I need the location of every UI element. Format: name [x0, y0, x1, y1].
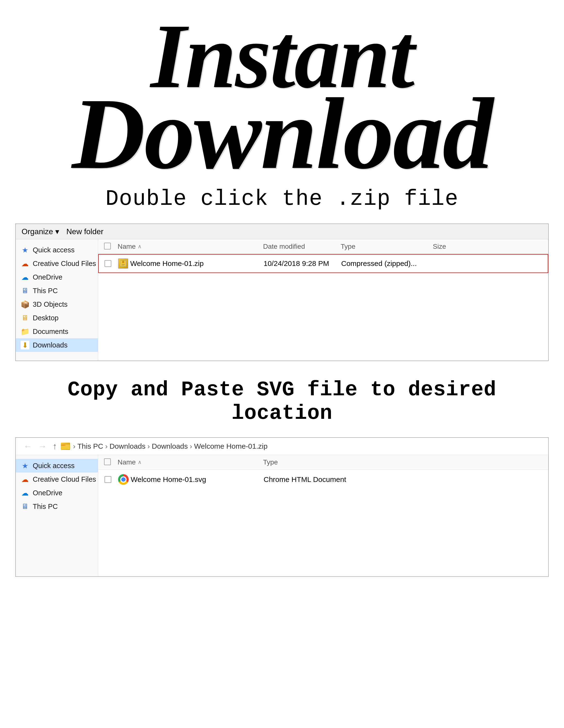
- sidebar-item-3d-objects[interactable]: 📦 3D Objects: [16, 298, 98, 311]
- sidebar-label-creative-cloud: Creative Cloud Files: [33, 260, 96, 268]
- new-folder-button[interactable]: New folder: [66, 227, 104, 236]
- select-all-checkbox[interactable]: [104, 243, 111, 249]
- hero-section: Instant Download Double click the .zip f…: [0, 0, 564, 216]
- onedrive-icon-2: ☁: [21, 488, 29, 497]
- breadcrumb-sep-2: ›: [105, 442, 108, 450]
- row-checkbox[interactable]: [105, 260, 111, 267]
- up-button[interactable]: ↑: [51, 440, 59, 452]
- file-list-area-1: Name ∧ Date modified Type Size ZIP: [98, 239, 548, 361]
- sidebar-label-onedrive: OneDrive: [33, 273, 63, 281]
- header-checkbox-2: [104, 458, 113, 466]
- nav-bar-2: ← → ↑ › This PC › Downloads › Downloads …: [16, 438, 548, 455]
- forward-button[interactable]: →: [36, 440, 49, 452]
- col-header-date[interactable]: Date modified: [263, 243, 336, 250]
- file-list-area-2: Name ∧ Type Welcome Home-01.svg Chrome H…: [98, 455, 548, 576]
- name-col-label: Name: [118, 243, 136, 250]
- breadcrumb-separator-1: ›: [73, 442, 75, 450]
- file-name-label-2: Welcome Home-01.svg: [131, 475, 206, 484]
- breadcrumb-sep-3: ›: [148, 442, 150, 450]
- breadcrumb-downloads-2[interactable]: Downloads: [152, 442, 188, 450]
- table-row[interactable]: ZIP Welcome Home-01.zip 10/24/2018 9:28 …: [98, 254, 548, 273]
- svg-text:ZIP: ZIP: [122, 264, 125, 266]
- copy-paste-text: Copy and Paste SVG file to desired locat…: [24, 378, 540, 425]
- row-checkbox-2[interactable]: [105, 476, 111, 483]
- back-button[interactable]: ←: [22, 440, 34, 452]
- pc-icon-2: 🖥: [21, 502, 29, 511]
- sort-arrow-icon: ∧: [138, 243, 142, 250]
- sidebar-item-2-quick-access[interactable]: ★ Quick access: [16, 459, 98, 472]
- file-list-header-2: Name ∧ Type: [98, 455, 548, 470]
- sidebar-label-2-this-pc: This PC: [33, 503, 58, 511]
- col-header-size[interactable]: Size: [433, 243, 472, 250]
- sidebar-item-creative-cloud[interactable]: ☁ Creative Cloud Files: [16, 257, 98, 270]
- table-row-2[interactable]: Welcome Home-01.svg Chrome HTML Document: [98, 470, 548, 489]
- name-col-label-2: Name: [118, 458, 136, 466]
- pc-icon: 🖥: [21, 286, 29, 295]
- sidebar-item-desktop[interactable]: 🖥 Desktop: [16, 311, 98, 325]
- copy-paste-section: Copy and Paste SVG file to desired locat…: [0, 368, 564, 430]
- 3d-icon: 📦: [21, 300, 29, 309]
- sidebar-item-2-creative-cloud[interactable]: ☁ Creative Cloud Files: [16, 472, 98, 486]
- creative-cloud-icon: ☁: [21, 259, 29, 268]
- svg-rect-4: [61, 445, 66, 446]
- sidebar-label-2-quick-access: Quick access: [33, 462, 74, 470]
- zip-file-icon: ZIP: [118, 258, 128, 269]
- svg-rect-1: [122, 261, 124, 263]
- sidebar-item-downloads[interactable]: ⬇ Downloads: [16, 338, 98, 352]
- sidebar-item-2-onedrive[interactable]: ☁ OneDrive: [16, 486, 98, 500]
- select-all-checkbox-2[interactable]: [104, 458, 111, 465]
- creative-cloud-icon-2: ☁: [21, 475, 29, 484]
- sidebar-item-this-pc[interactable]: 🖥 This PC: [16, 284, 98, 298]
- file-type-cell-2: Chrome HTML Document: [264, 475, 351, 484]
- breadcrumb-this-pc[interactable]: This PC: [77, 442, 103, 450]
- desktop-icon: 🖥: [21, 314, 29, 322]
- sidebar-label-this-pc: This PC: [33, 287, 58, 295]
- downloads-icon: ⬇: [21, 341, 29, 349]
- explorer-body-1: ★ Quick access ☁ Creative Cloud Files ☁ …: [16, 239, 548, 361]
- sidebar-label-2-creative-cloud: Creative Cloud Files: [33, 475, 96, 483]
- onedrive-icon: ☁: [21, 273, 29, 281]
- col-header-name-2[interactable]: Name ∧: [118, 458, 258, 466]
- download-text: Download: [72, 90, 492, 177]
- sidebar-item-documents[interactable]: 📁 Documents: [16, 325, 98, 338]
- sidebar-1: ★ Quick access ☁ Creative Cloud Files ☁ …: [16, 239, 98, 361]
- explorer-toolbar-1: Organize ▾ New folder: [16, 224, 548, 239]
- sidebar-item-quick-access[interactable]: ★ Quick access: [16, 243, 98, 257]
- sidebar-label-3d: 3D Objects: [33, 300, 67, 308]
- file-type-cell: Compressed (zipped)...: [341, 259, 428, 268]
- breadcrumb-downloads-1[interactable]: Downloads: [110, 442, 146, 450]
- sort-arrow-icon-2: ∧: [138, 459, 142, 465]
- col-header-type-2[interactable]: Type: [263, 458, 350, 466]
- row-checkbox-area-2: [105, 476, 113, 483]
- file-name-cell: ZIP Welcome Home-01.zip: [118, 258, 259, 269]
- sidebar-label-documents: Documents: [33, 328, 68, 336]
- row-checkbox-area: [105, 260, 113, 267]
- explorer-body-2: ★ Quick access ☁ Creative Cloud Files ☁ …: [16, 455, 548, 576]
- explorer-window-2: ← → ↑ › This PC › Downloads › Downloads …: [15, 437, 549, 577]
- sidebar-2: ★ Quick access ☁ Creative Cloud Files ☁ …: [16, 455, 98, 576]
- file-name-label: Welcome Home-01.zip: [130, 259, 204, 268]
- breadcrumb-sep-4: ›: [190, 442, 192, 450]
- sidebar-item-onedrive[interactable]: ☁ OneDrive: [16, 270, 98, 284]
- sidebar-item-2-this-pc[interactable]: 🖥 This PC: [16, 500, 98, 513]
- organize-button[interactable]: Organize ▾: [22, 227, 59, 236]
- breadcrumb-folder-icon: [61, 443, 70, 450]
- sidebar-label-2-onedrive: OneDrive: [33, 489, 63, 497]
- breadcrumb-zip-file[interactable]: Welcome Home-01.zip: [194, 442, 268, 450]
- chrome-file-icon: [118, 474, 129, 485]
- sidebar-label-quick-access: Quick access: [33, 246, 74, 254]
- file-date-cell: 10/24/2018 9:28 PM: [264, 259, 336, 268]
- star-icon-2: ★: [21, 461, 29, 470]
- explorer-window-1: Organize ▾ New folder ★ Quick access ☁ C…: [15, 223, 549, 361]
- documents-icon: 📁: [21, 327, 29, 336]
- sidebar-label-desktop: Desktop: [33, 314, 58, 322]
- file-list-header-1: Name ∧ Date modified Type Size: [98, 239, 548, 254]
- subtitle-text: Double click the .zip file: [106, 187, 458, 211]
- col-header-name[interactable]: Name ∧: [118, 243, 258, 250]
- sidebar-label-downloads: Downloads: [33, 341, 67, 349]
- header-checkbox: [104, 243, 113, 250]
- col-header-type[interactable]: Type: [341, 243, 428, 250]
- star-icon: ★: [21, 246, 29, 254]
- file-name-cell-2: Welcome Home-01.svg: [118, 474, 259, 485]
